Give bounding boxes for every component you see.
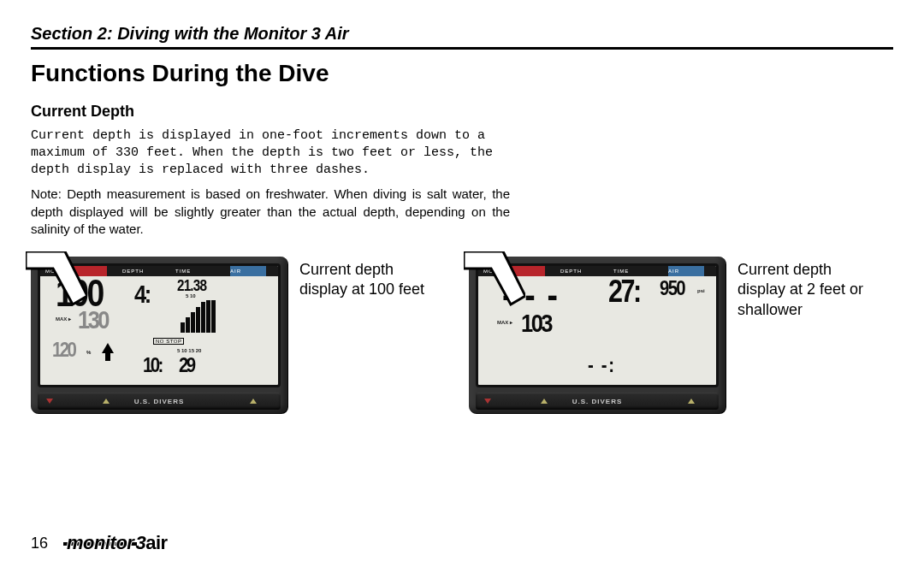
triangle-up-left-icon [103, 399, 110, 404]
figure-1-caption: Current depth display at 100 feet [299, 257, 445, 300]
footer-brand: U.S. DIVERS [134, 398, 185, 405]
bottom-dashes: - -: [588, 355, 616, 375]
hdr-time: TIME [175, 269, 191, 274]
triangle-up-right-icon [688, 399, 695, 404]
pct-value: 120 [52, 340, 74, 360]
triangle-down-red-icon [46, 399, 53, 404]
pct-label: % [86, 350, 91, 355]
figure-1: MC DEPTH TIME AIR 100 4: 21.38 5 10 [31, 257, 445, 413]
ascend-arrow-icon [102, 343, 114, 353]
subheading-current-depth: Current Depth [31, 103, 893, 121]
device-footer: U.S. DIVERS [38, 393, 281, 410]
brand-logo: monitor3air [65, 532, 168, 554]
triangle-up-left-icon [541, 399, 548, 404]
triangle-down-red-icon [484, 399, 491, 404]
triangle-up-right-icon [250, 399, 257, 404]
horizontal-rule [31, 47, 893, 50]
bar-graph-icon [181, 300, 216, 333]
bars-top-scale: 5 10 [186, 293, 196, 298]
hdr-depth: DEPTH [560, 269, 582, 274]
device-shallow: MC DEPTH TIME AIR - - - 27: 950 psi MAX … [469, 257, 726, 413]
paragraph-main: Current depth is displayed in one-foot i… [31, 127, 510, 180]
max-value: 103 [521, 310, 551, 336]
figure-2-caption: Current depth display at 2 feet or shall… [737, 257, 874, 320]
page-footer: 16 monitor3air [31, 532, 168, 554]
device-100ft: MC DEPTH TIME AIR 100 4: 21.38 5 10 [31, 257, 287, 413]
figure-2: MC DEPTH TIME AIR - - - 27: 950 psi MAX … [469, 257, 874, 413]
callout-arrow-icon [26, 251, 87, 311]
time-value: 27: [608, 276, 640, 307]
tiny-top: 21.38 [177, 278, 206, 293]
section-title: Section 2: Diving with the Monitor 3 Air [31, 24, 893, 44]
device-footer: U.S. DIVERS [476, 393, 719, 410]
air-value: 950 [660, 278, 684, 298]
svg-marker-1 [464, 251, 525, 304]
svg-marker-0 [26, 251, 87, 304]
no-stop-label: NO STOP [153, 338, 184, 345]
bottom-left-val: 10: [143, 355, 162, 375]
footer-brand: U.S. DIVERS [572, 398, 623, 405]
bottom-right-val: 29 [179, 355, 194, 375]
hours-value: 4: [134, 281, 150, 307]
hdr-depth: DEPTH [122, 269, 144, 274]
max-label: MAX ▸ [497, 319, 512, 325]
air-unit: psi [697, 288, 705, 293]
page-number: 16 [31, 535, 48, 552]
hdr-air: AIR [230, 269, 241, 274]
max-label: MAX ▸ [56, 316, 71, 322]
page-heading: Functions During the Dive [31, 60, 893, 87]
paragraph-note: Note: Depth measurement is based on fres… [31, 186, 510, 238]
hdr-air: AIR [668, 269, 679, 274]
callout-arrow-icon [464, 251, 525, 311]
